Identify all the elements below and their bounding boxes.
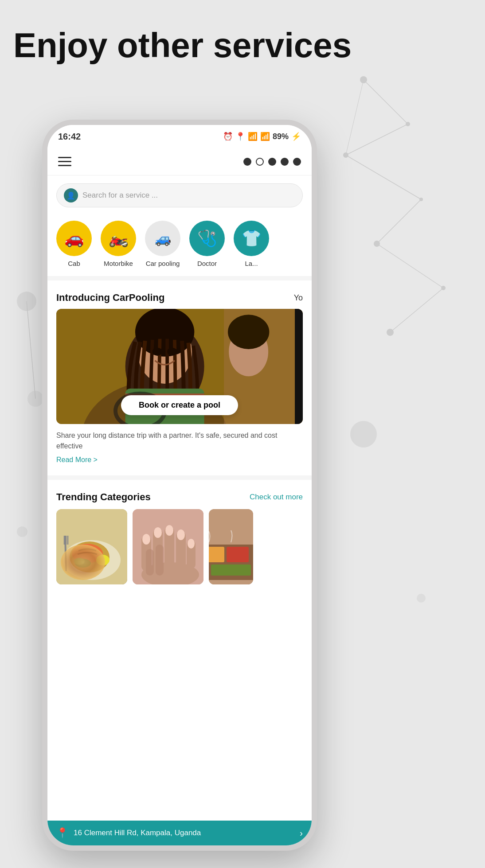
laundry-label: La... [245,260,258,267]
laundry-icon: 👕 [242,229,262,248]
dot-5[interactable] [293,158,301,166]
carpooling-header: Introducing CarPooling Yo [56,285,303,309]
cab-icon: 🚗 [64,229,84,248]
book-pool-button[interactable]: Book or create a pool [121,395,238,415]
carpooling-description: Share your long distance trip with a par… [56,430,303,452]
trending-card-food2[interactable] [209,509,253,584]
carpooling-section-title: Introducing CarPooling [56,292,164,304]
trending-card-food[interactable] [56,509,127,584]
svg-point-33 [228,315,269,349]
food-detail [61,545,105,580]
svg-point-51 [142,534,150,545]
carpooling-card[interactable]: Book or create a pool [56,309,303,424]
trending-title: Trending Categories [56,491,151,503]
status-time: 16:42 [58,132,81,142]
svg-point-52 [154,527,162,538]
motorbike-icon-wrap: 🏍️ [101,221,136,256]
location-pin-icon: 📍 [56,827,68,839]
service-item-cab[interactable]: 🚗 Cab [52,221,96,267]
svg-point-12 [417,594,426,603]
trending-header: Trending Categories Check out more [56,484,303,509]
search-placeholder: Search for a service ... [82,191,295,200]
phone-inner: 16:42 ⏰ 📍 📶 📶 89% ⚡ [47,125,312,845]
battery-icon: ⚡ [291,132,301,141]
dots-navigation [243,158,301,166]
service-item-carpooling[interactable]: 🚙 Car pooling [141,221,185,267]
alarm-icon: ⏰ [223,132,233,141]
location-bar: 📍 16 Clement Hill Rd, Kampala, Uganda › [47,821,312,845]
svg-rect-61 [209,547,224,562]
services-row: 🚗 Cab 🏍️ Motorbike 🚙 [47,212,312,272]
dot-2[interactable] [256,158,264,166]
svg-point-26 [153,348,162,356]
status-right: ⏰ 📍 📶 📶 89% ⚡ [223,132,301,141]
dot-1[interactable] [243,158,251,166]
food-card-bg [56,509,127,584]
phone-mockup: 16:42 ⏰ 📍 📶 📶 89% ⚡ [42,120,317,851]
search-avatar-icon: 👤 [64,188,78,202]
carpooling-image: Book or create a pool [56,309,303,424]
nails-card-bg [133,509,203,584]
svg-point-54 [177,529,185,540]
dot-3[interactable] [268,158,276,166]
hamburger-menu[interactable] [58,157,71,166]
location-chevron-icon: › [300,828,303,838]
location-status-icon: 📍 [235,132,245,141]
doctor-icon: 🩺 [197,229,217,248]
doctor-label: Doctor [197,260,217,267]
food2-card-bg [209,509,253,584]
svg-rect-57 [146,549,154,576]
motorbike-label: Motorbike [104,260,133,267]
search-section: 👤 Search for a service ... [47,175,312,212]
nails-image-svg [133,509,203,584]
svg-rect-63 [211,564,251,576]
food2-image-svg [209,509,253,584]
trending-card-nails[interactable] [133,509,203,584]
laundry-icon-wrap: 👕 [234,221,269,256]
page-title: Enjoy other services [13,27,352,65]
dot-4[interactable] [281,158,289,166]
status-bar: 16:42 ⏰ 📍 📶 📶 89% ⚡ [47,125,312,148]
cab-label: Cab [68,260,80,267]
wifi-icon: 📶 [248,132,258,141]
svg-point-53 [165,525,173,536]
doctor-icon-wrap: 🩺 [189,221,225,256]
service-item-doctor[interactable]: 🩺 Doctor [185,221,229,267]
app-content: 👤 Search for a service ... 🚗 Cab [47,175,312,845]
carpooling-icon-wrap: 🚙 [145,221,180,256]
carpooling-label: Car pooling [146,260,180,267]
svg-rect-62 [227,547,249,562]
check-out-more-link[interactable]: Check out more [250,493,303,502]
card-side-strip [295,309,303,424]
service-item-motorbike[interactable]: 🏍️ Motorbike [96,221,141,267]
section-divider-2 [47,475,312,480]
trending-grid [56,509,303,584]
phone-outer: 16:42 ⏰ 📍 📶 📶 89% ⚡ [42,120,317,851]
section-divider-1 [47,276,312,280]
read-more-link[interactable]: Read More > [56,456,98,463]
svg-point-11 [17,526,27,537]
location-address: 16 Clement Hill Rd, Kampala, Uganda [74,829,294,837]
motorbike-icon: 🏍️ [109,229,129,248]
svg-point-27 [167,348,177,356]
carpooling-side-label: Yo [294,293,303,303]
battery-percent: 89% [273,132,289,141]
svg-point-55 [188,539,195,549]
trending-section: Trending Categories Check out more [47,484,312,584]
svg-rect-58 [156,545,164,576]
signal-icon: 📶 [260,132,270,141]
carpooling-icon: 🚙 [155,231,171,246]
cab-icon-wrap: 🚗 [56,221,92,256]
search-bar[interactable]: 👤 Search for a service ... [56,183,303,207]
service-item-laundry[interactable]: 👕 La... [229,221,274,267]
app-header [47,148,312,175]
svg-point-10 [350,421,377,448]
carpooling-intro-section: Introducing CarPooling Yo [47,285,312,471]
